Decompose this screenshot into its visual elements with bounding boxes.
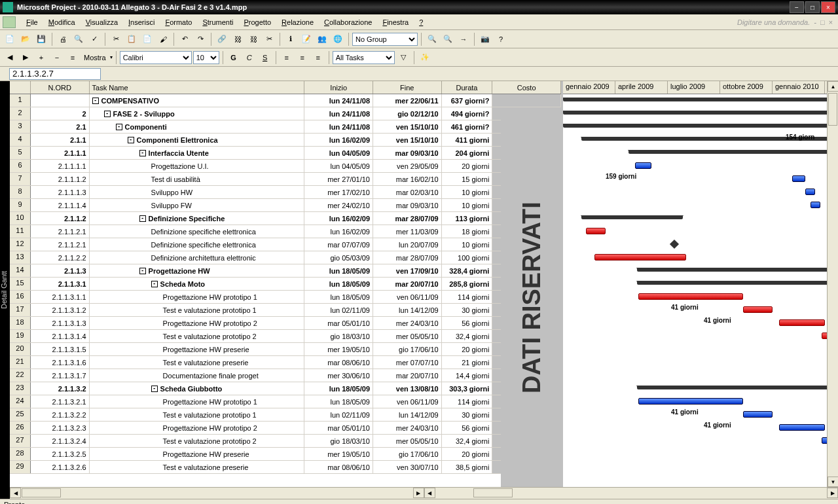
mdi-minimize-icon[interactable]: - xyxy=(814,18,816,26)
cell-inizio[interactable]: lun 18/05/09 xyxy=(304,278,373,290)
outline-toggle-icon[interactable]: - xyxy=(139,215,146,222)
gantt-bar[interactable] xyxy=(637,281,828,285)
gantt-bar[interactable] xyxy=(811,202,820,208)
cell-durata[interactable]: 56 giorni xyxy=(442,422,493,434)
col-nord[interactable]: N.ORD xyxy=(31,81,90,94)
cell-taskname[interactable]: Progettazione HW prototipo 1 xyxy=(90,395,305,408)
cell-inizio[interactable]: mer 30/06/10 xyxy=(304,369,373,382)
row-number[interactable]: 18 xyxy=(10,317,31,329)
gantt-bar[interactable] xyxy=(635,162,651,169)
cell-taskname[interactable]: Progettazione HW preserie xyxy=(90,448,305,460)
cell-fine[interactable]: mar 02/03/10 xyxy=(373,186,442,198)
gantt-bar[interactable] xyxy=(805,189,815,195)
cell-inizio[interactable]: lun 04/05/09 xyxy=(304,160,373,172)
cell-inizio[interactable]: mar 08/06/10 xyxy=(304,356,373,369)
cell-fine[interactable]: mar 09/03/10 xyxy=(373,147,442,159)
gantt-bar[interactable] xyxy=(563,111,828,115)
table-row[interactable]: 282.1.1.3.2.5Progettazione HW preserieme… xyxy=(10,448,561,461)
cell-inizio[interactable]: gio 18/03/10 xyxy=(304,435,373,447)
help-button[interactable]: ? xyxy=(494,32,508,46)
table-row[interactable]: 122.1.1.2.1Definizione specifiche elettr… xyxy=(10,238,561,251)
cell-taskname[interactable]: Documentazione finale proget xyxy=(90,369,305,382)
underline-button[interactable]: S xyxy=(258,50,272,65)
cell-taskname[interactable]: Sviluppo FW xyxy=(90,199,305,211)
cell-nord[interactable]: 2.1.1.3.2.6 xyxy=(31,461,90,473)
cell-taskname[interactable]: Progettazione HW prototipo 1 xyxy=(90,291,305,303)
row-number[interactable]: 26 xyxy=(10,422,31,434)
table-row[interactable]: 172.1.1.3.1.2Test e valutazione prototip… xyxy=(10,304,561,317)
print-button[interactable]: 🖨 xyxy=(56,32,70,46)
cell-inizio[interactable]: lun 18/05/09 xyxy=(304,395,373,408)
outline-toggle-icon[interactable]: - xyxy=(128,137,134,143)
cell-taskname[interactable]: Sviluppo HW xyxy=(90,186,305,198)
table-row[interactable]: 102.1.1.2-Definizione Specifichelun 16/0… xyxy=(10,212,561,225)
cell-nord[interactable]: 2.1.1.2 xyxy=(31,212,90,225)
cell-nord[interactable]: 2.1.1.3.1.7 xyxy=(31,369,90,382)
outline-toggle-icon[interactable]: - xyxy=(139,268,146,274)
menu-finestra[interactable]: Finestra xyxy=(377,16,414,28)
hyperlink-button[interactable]: 🔗 xyxy=(215,32,229,46)
cell-inizio[interactable]: mer 19/05/10 xyxy=(304,343,373,355)
indent-button[interactable]: ▶ xyxy=(18,50,33,65)
cell-taskname[interactable]: Test e valutazione preserie xyxy=(90,356,305,369)
table-row[interactable]: 112.1.1.2.1Definizione specifiche elettr… xyxy=(10,225,561,238)
cell-taskname[interactable]: Progettazione HW prototipo 2 xyxy=(90,422,305,434)
cell-fine[interactable]: lun 20/07/09 xyxy=(373,238,442,251)
gantt-milestone[interactable] xyxy=(670,240,679,249)
cell-taskname[interactable]: -Scheda Giubbotto xyxy=(90,382,305,395)
cell-fine[interactable]: mer 11/03/09 xyxy=(373,225,442,238)
cell-durata[interactable]: 30 giorni xyxy=(442,408,493,421)
menu-collaborazione[interactable]: Collaborazione xyxy=(319,16,377,28)
vertical-scrollbar[interactable]: ▲ ▼ xyxy=(827,81,838,487)
cell-durata[interactable]: 15 giorni xyxy=(442,173,493,185)
minimize-button[interactable]: − xyxy=(790,1,804,13)
cell-durata[interactable]: 10 giorni xyxy=(442,238,493,251)
cell-taskname[interactable]: -Componenti xyxy=(90,120,305,133)
paste-button[interactable]: 📄 xyxy=(140,32,155,46)
goto-task-button[interactable]: → xyxy=(456,32,471,46)
assign-resources-button[interactable]: 👥 xyxy=(315,32,329,46)
row-number[interactable]: 23 xyxy=(10,382,31,395)
cell-inizio[interactable]: lun 24/11/08 xyxy=(304,94,373,107)
cell-nord[interactable]: 2.1.1.3.1 xyxy=(31,278,90,290)
show-subtasks-button[interactable]: + xyxy=(34,50,48,65)
outline-toggle-icon[interactable]: - xyxy=(104,111,111,117)
bold-button[interactable]: G xyxy=(227,50,241,65)
col-fine[interactable]: Fine xyxy=(373,81,442,94)
table-row[interactable]: 262.1.1.3.2.3Progettazione HW prototipo … xyxy=(10,422,561,435)
link-tasks-button[interactable]: ⛓ xyxy=(230,32,245,46)
cell-durata[interactable]: 21 giorni xyxy=(442,356,493,369)
cell-durata[interactable]: 285,8 giorni xyxy=(442,278,493,290)
cell-nord[interactable]: 2.1.1.1.4 xyxy=(31,199,90,211)
menu-file[interactable]: File xyxy=(21,16,43,28)
menu-visualizza[interactable]: Visualizza xyxy=(81,16,123,28)
cell-taskname[interactable]: Progettazione HW prototipo 2 xyxy=(90,317,305,329)
cell-nord[interactable]: 2.1.1.2.2 xyxy=(31,251,90,264)
cell-taskname[interactable]: Progettazione HW preserie xyxy=(90,343,305,355)
outline-toggle-icon[interactable]: - xyxy=(116,124,122,130)
row-number[interactable]: 4 xyxy=(10,134,31,146)
cell-fine[interactable]: mar 16/02/10 xyxy=(373,173,442,185)
cell-taskname[interactable]: -Interfaccia Utente xyxy=(90,147,305,159)
copy-button[interactable]: 📋 xyxy=(124,32,139,46)
table-row[interactable]: 132.1.1.2.2Definizione architettura elet… xyxy=(10,251,561,264)
cell-nord[interactable]: 2.1.1.3.1.5 xyxy=(31,343,90,355)
row-number[interactable]: 11 xyxy=(10,225,31,238)
cell-taskname[interactable]: Definizione architettura elettronic xyxy=(90,251,305,264)
table-row[interactable]: 52.1.1.1-Interfaccia Utentelun 04/05/09m… xyxy=(10,147,561,160)
row-number[interactable]: 13 xyxy=(10,251,31,264)
outline-toggle-icon[interactable]: - xyxy=(92,98,99,104)
cell-durata[interactable]: 14,4 giorni xyxy=(442,369,493,382)
row-number[interactable]: 24 xyxy=(10,395,31,408)
cell-durata[interactable]: 113 giorni xyxy=(442,212,493,225)
table-row[interactable]: 202.1.1.3.1.5Progettazione HW preserieme… xyxy=(10,343,561,356)
cell-inizio[interactable]: mar 05/01/10 xyxy=(304,422,373,434)
open-button[interactable]: 📂 xyxy=(18,32,33,46)
cell-durata[interactable]: 10 giorni xyxy=(442,186,493,198)
cell-fine[interactable]: mer 05/05/10 xyxy=(373,435,442,447)
outline-toggle-icon[interactable]: - xyxy=(139,150,146,156)
cell-nord[interactable]: 2.1.1.3.1.1 xyxy=(31,291,90,303)
hide-subtasks-button[interactable]: − xyxy=(50,50,64,65)
cell-inizio[interactable]: gio 18/03/10 xyxy=(304,330,373,342)
gantt-bar[interactable] xyxy=(743,306,773,313)
